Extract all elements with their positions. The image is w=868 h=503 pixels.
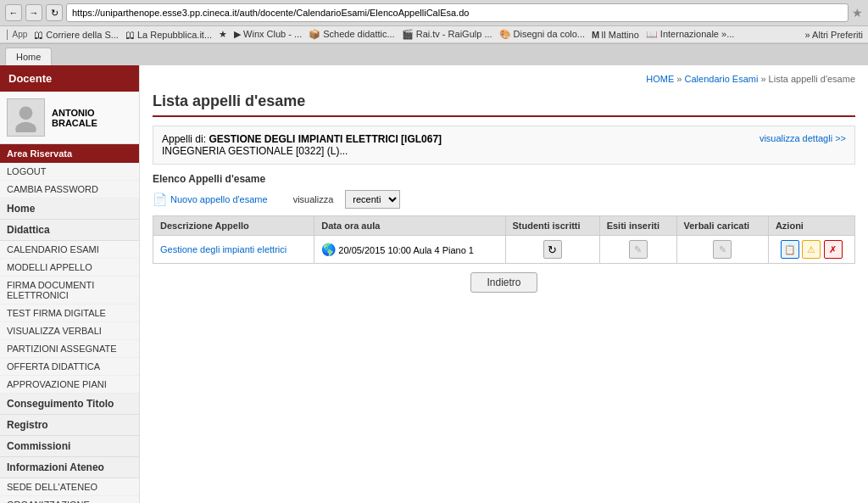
sidebar-category-commissioni: Commissioni (0, 436, 139, 457)
appelli-table: Descrizione Appello Data ora aula Studen… (153, 215, 855, 264)
sidebar-category-home: Home (0, 198, 139, 220)
bookmark-rai[interactable]: 🎬 Rai.tv - RaiGulp ... (402, 29, 492, 40)
cell-azioni: 📋 ⚠ ✗ (768, 236, 854, 264)
sidebar: Docente ANTONIO BRACALE Area Riservata L… (0, 65, 140, 503)
bookmark-mattino[interactable]: M Il Mattino (592, 30, 639, 40)
section-info: visualizza dettagli >> Appelli di: GESTI… (162, 133, 846, 157)
sidebar-category-registro: Registro (0, 415, 139, 436)
action-warning-btn[interactable]: ⚠ (802, 240, 821, 259)
bookmark-corriere[interactable]: 🕮 Corriere della S... (34, 30, 119, 40)
page-title: Lista appelli d'esame (153, 92, 855, 117)
sidebar-link-calendario-esami[interactable]: CALENDARIO ESAMI (0, 241, 139, 259)
browser-chrome: ← → ↻ ★ │ App 🕮 Corriere della S... 🕮 La… (0, 0, 868, 44)
section-box: visualizza dettagli >> Appelli di: GESTI… (153, 126, 855, 165)
bookmark-repubblica[interactable]: 🕮 La Repubblica.it... (125, 30, 212, 40)
altri-preferiti[interactable]: » Altri Preferiti (805, 30, 863, 40)
cell-data-ora: 🌎 20/05/2015 10:00 Aula 4 Piano 1 (314, 236, 505, 264)
cell-descrizione: Gestione degli impianti elettrici (153, 236, 314, 264)
cell-verbali: ✎ (676, 236, 768, 264)
avatar (7, 98, 45, 137)
verbali-edit-btn[interactable]: ✎ (713, 240, 732, 259)
sidebar-category-informazioni-ateneo: Informazioni Ateneo (0, 457, 139, 478)
bookmarks-bar: │ App 🕮 Corriere della S... 🕮 La Repubbl… (0, 26, 868, 43)
data-ora-value: 20/05/2015 10:00 Aula 4 Piano 1 (338, 245, 474, 255)
descrizione-link[interactable]: Gestione degli impianti elettrici (160, 244, 287, 254)
col-descrizione: Descrizione Appello (153, 216, 314, 236)
sidebar-link-cambia-password[interactable]: CAMBIA PASSWORD (0, 181, 139, 198)
sidebar-link-firma-documenti[interactable]: FIRMA DOCUMENTI ELETTRONICI (0, 277, 139, 305)
sidebar-header: Docente (0, 65, 139, 92)
center-row: Indietro (153, 272, 855, 293)
bookmark-internazionale[interactable]: 📖 Internazionale »... (646, 29, 735, 40)
visualizza-label: visualizza (293, 194, 334, 204)
forward-button[interactable]: → (25, 4, 42, 21)
svg-point-0 (19, 106, 33, 120)
sidebar-category-didattica: Didattica (0, 220, 139, 241)
corso-nome: GESTIONE DEGLI IMPIANTI ELETTRICI [IGL06… (209, 133, 442, 145)
main-content: HOME » Calendario Esami » Lista appelli … (140, 65, 868, 503)
sidebar-link-visualizza-verbali[interactable]: VISUALIZZA VERBALI (0, 322, 139, 340)
cell-esiti: ✎ (599, 236, 676, 264)
reload-button[interactable]: ↻ (46, 4, 63, 21)
nuovo-appello-link[interactable]: 📄 Nuovo appello d'esame (153, 193, 268, 206)
page-wrapper: Docente ANTONIO BRACALE Area Riservata L… (0, 65, 868, 503)
corso-sub: INGEGNERIA GESTIONALE [0322] (L)... (162, 145, 846, 157)
breadcrumb-calendario[interactable]: Calendario Esami (685, 74, 759, 84)
sidebar-user: ANTONIO BRACALE (0, 92, 139, 144)
tab-bar: Home (0, 44, 868, 65)
bookmark-disegni[interactable]: 🎨 Disegni da colo... (499, 29, 585, 40)
indietro-button[interactable]: Indietro (470, 272, 537, 293)
esiti-edit-btn[interactable]: ✎ (629, 240, 648, 259)
browser-toolbar: ← → ↻ ★ (0, 0, 868, 26)
visualizza-select[interactable]: recenti tutti passati (345, 190, 400, 209)
breadcrumb-home[interactable]: HOME (646, 74, 674, 84)
sidebar-category-conseguimento: Conseguimento Titolo (0, 394, 139, 415)
cell-studenti: ↻ (505, 236, 599, 264)
globe-icon: 🌎 (321, 243, 336, 256)
action-view-btn[interactable]: 📋 (781, 240, 799, 259)
col-azioni: Azioni (768, 216, 854, 236)
breadcrumb: HOME » Calendario Esami » Lista appelli … (153, 74, 855, 84)
bookmark-apps[interactable]: │ App (5, 30, 27, 39)
sidebar-section-area-riservata: Area Riservata (0, 144, 139, 163)
col-verbali: Verbali caricati (676, 216, 768, 236)
sidebar-link-test-firma[interactable]: TEST FIRMA DIGITALE (0, 305, 139, 322)
nuovo-appello-label: Nuovo appello d'esame (170, 194, 268, 204)
col-data-ora: Data ora aula (314, 216, 505, 236)
elenco-title: Elenco Appelli d'esame (153, 173, 855, 185)
col-esiti: Esiti inseriti (599, 216, 676, 236)
sidebar-link-approvazione-piani[interactable]: APPROVAZIONE PIANI (0, 376, 139, 394)
address-bar[interactable] (66, 3, 849, 22)
appelli-di-label: Appelli di: (162, 133, 206, 145)
bookmark-schede[interactable]: 📦 Schede didattic... (309, 29, 394, 40)
sidebar-link-offerta-didattica[interactable]: OFFERTA DIDATTICA (0, 358, 139, 376)
bookmark-star1[interactable]: ★ (219, 29, 227, 40)
back-button[interactable]: ← (5, 4, 22, 21)
table-row: Gestione degli impianti elettrici 🌎 20/0… (153, 236, 855, 264)
visualizza-dettagli-link[interactable]: visualizza dettagli >> (760, 133, 846, 143)
toolbar-row: 📄 Nuovo appello d'esame visualizza recen… (153, 190, 855, 209)
svg-point-1 (15, 122, 36, 132)
col-studenti: Studenti iscritti (505, 216, 599, 236)
breadcrumb-current: Lista appelli d'esame (769, 74, 855, 84)
tab-home[interactable]: Home (5, 48, 52, 65)
sidebar-username: ANTONIO BRACALE (52, 108, 97, 128)
sidebar-link-logout[interactable]: LOGOUT (0, 163, 139, 181)
doc-icon: 📄 (153, 193, 167, 206)
sidebar-link-modelli-appello[interactable]: MODELLI APPELLO (0, 259, 139, 277)
sidebar-link-organizzazione[interactable]: ORGANIZZAZIONE GENERALE (0, 496, 139, 503)
sidebar-link-partizioni[interactable]: PARTIZIONI ASSEGNATE (0, 340, 139, 358)
studenti-refresh-btn[interactable]: ↻ (543, 240, 562, 259)
bookmark-winx[interactable]: ▶ Winx Club - ... (234, 29, 302, 40)
star-icon[interactable]: ★ (852, 6, 863, 20)
sidebar-link-sede-ateneo[interactable]: SEDE DELL'ATENEO (0, 478, 139, 496)
action-delete-btn[interactable]: ✗ (824, 240, 843, 259)
